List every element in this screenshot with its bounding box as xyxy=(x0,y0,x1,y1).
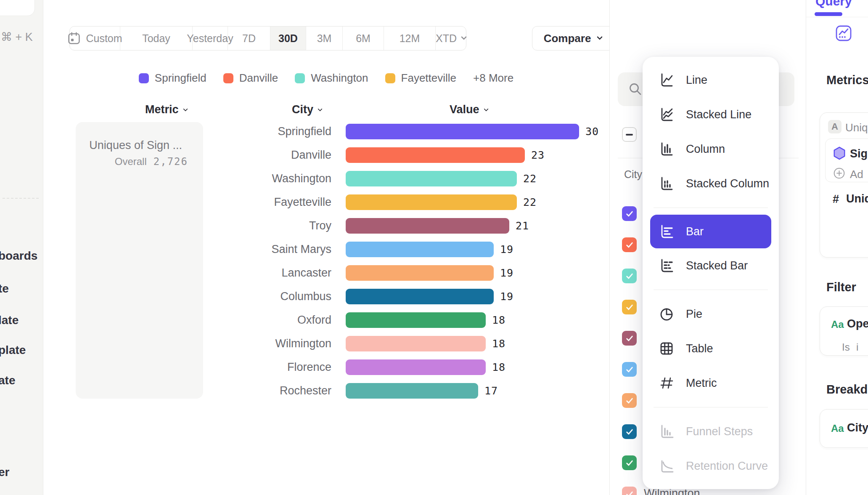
chart-bar-value: 17 xyxy=(484,385,498,397)
city-filter-checkbox[interactable] xyxy=(622,300,637,314)
sidebar-item[interactable]: boards xyxy=(0,249,37,263)
date-range-option[interactable]: 7D xyxy=(228,27,270,50)
sidebar-search-box[interactable] xyxy=(0,0,35,16)
date-range-option[interactable]: 3M xyxy=(306,27,343,50)
sidebar-item[interactable]: te xyxy=(0,282,9,295)
date-range-option[interactable]: Custom xyxy=(70,27,120,50)
chart-row: Fayetteville 22 xyxy=(50,190,599,214)
chart-bar[interactable] xyxy=(346,289,494,304)
chart-type-menu-item[interactable]: Table xyxy=(643,331,779,366)
legend-swatch xyxy=(385,73,395,83)
date-range-option[interactable]: 6M xyxy=(343,27,384,50)
funnel-steps-icon xyxy=(658,423,675,440)
column-header-metric[interactable]: Metric xyxy=(145,103,187,116)
chart-bar-value: 18 xyxy=(492,314,505,326)
date-range-option[interactable]: 30D xyxy=(270,27,306,50)
plus-circle-icon[interactable] xyxy=(833,167,846,180)
chart-bar[interactable] xyxy=(346,171,517,186)
chart-row: Wilmington 18 xyxy=(50,332,599,355)
chart-bar[interactable] xyxy=(346,359,486,375)
chevron-down-icon xyxy=(597,34,603,40)
chart-type-menu-item[interactable]: Retention Curve xyxy=(643,449,779,483)
chart-type-menu-item[interactable]: Line xyxy=(643,63,779,97)
metrics-card: A Uniq Sig Ad # Uniqu xyxy=(820,112,868,258)
date-range-option[interactable]: 12M xyxy=(384,27,436,50)
legend-item[interactable]: Springfield xyxy=(139,72,206,85)
chart-bar[interactable] xyxy=(346,194,517,210)
chart-bar[interactable] xyxy=(346,383,478,399)
city-filter-checkbox[interactable] xyxy=(622,393,637,408)
chart-type-menu-item[interactable]: Stacked Bar xyxy=(643,248,779,283)
chart-row-label: Troy xyxy=(50,219,331,232)
sidebar-item[interactable]: late xyxy=(0,314,19,327)
city-filter-checkbox[interactable] xyxy=(622,269,637,283)
city-filter-checkbox[interactable] xyxy=(622,424,637,439)
city-filter-checkbox[interactable] xyxy=(622,455,637,470)
chart-row-label: Rochester xyxy=(50,384,331,397)
column-chart-icon xyxy=(658,141,675,157)
string-type-badge: Aa xyxy=(831,423,844,434)
chart-bar[interactable] xyxy=(346,147,525,163)
panel-divider xyxy=(806,17,868,17)
chart-row-label: Florence xyxy=(50,361,331,374)
legend-item[interactable]: Danville xyxy=(223,72,278,85)
compare-button[interactable]: Compare xyxy=(532,26,614,51)
chart-row: Lancaster 19 xyxy=(50,261,599,285)
date-range-option[interactable]: Today xyxy=(120,27,193,50)
filter-card[interactable]: Aa Ope Is i xyxy=(820,306,868,356)
chart-type-menu-item[interactable]: Funnel Steps xyxy=(643,414,779,449)
city-filter-checkbox[interactable] xyxy=(622,206,637,221)
select-all-checkbox[interactable] xyxy=(622,127,637,142)
legend-swatch xyxy=(223,73,233,83)
column-header-value[interactable]: Value xyxy=(450,103,488,116)
breakdown-heading: Breakdo xyxy=(826,383,868,397)
chart-bar-value: 18 xyxy=(492,361,505,373)
chart-row-label: Saint Marys xyxy=(50,243,331,256)
filter-value[interactable]: i xyxy=(856,341,858,353)
filter-heading: Filter xyxy=(826,280,856,294)
insights-report-icon[interactable] xyxy=(835,25,852,42)
chart-bar[interactable] xyxy=(346,265,494,281)
legend-more-label[interactable]: +8 More xyxy=(473,72,513,85)
city-filter-checkbox[interactable] xyxy=(622,331,637,346)
add-filter-label[interactable]: Ad xyxy=(850,168,863,181)
chart-bar[interactable] xyxy=(346,312,486,328)
chart-bar[interactable] xyxy=(346,242,494,257)
chart-row: Troy 21 xyxy=(50,214,599,237)
filter-operator[interactable]: Is xyxy=(842,341,850,353)
chart-type-menu-item[interactable]: Stacked Column xyxy=(643,166,779,201)
event-card[interactable]: Sig Ad xyxy=(825,138,868,182)
chart-bar[interactable] xyxy=(346,218,509,234)
chart-type-menu-item[interactable]: Bar xyxy=(650,215,771,248)
legend-item[interactable]: Washington xyxy=(295,72,368,85)
menu-divider xyxy=(654,407,768,407)
metric-name[interactable]: Uniq xyxy=(845,121,868,134)
tab-query[interactable]: Query xyxy=(815,0,852,8)
keyboard-shortcut-hint: ⌘ + K xyxy=(1,30,33,44)
city-filter-checkbox[interactable] xyxy=(622,237,637,252)
chart-type-menu-item[interactable]: Metric xyxy=(643,366,779,400)
date-range-option[interactable]: XTD xyxy=(436,27,466,50)
active-tab-underline xyxy=(815,12,842,16)
metrics-heading: Metrics xyxy=(826,73,868,87)
date-range-control: Custom Today Yesterday 7D 30D 3M 6M xyxy=(69,26,466,51)
sidebar-item[interactable]: ate xyxy=(0,374,15,387)
chevron-down-icon xyxy=(461,34,467,40)
legend-item[interactable]: Fayetteville xyxy=(385,72,457,85)
chart-type-menu-item[interactable]: Column xyxy=(643,132,779,166)
sidebar-item[interactable]: plate xyxy=(0,343,26,357)
column-header-city[interactable]: City xyxy=(292,103,322,116)
unique-users-label[interactable]: Uniqu xyxy=(846,192,868,205)
sidebar-item[interactable]: er xyxy=(0,466,9,479)
city-filter-checkbox[interactable] xyxy=(622,362,637,377)
date-range-option[interactable]: Yesterday xyxy=(193,27,228,50)
chart-type-menu-item[interactable]: Pie xyxy=(643,297,779,331)
menu-divider xyxy=(654,290,768,290)
chart-bar[interactable] xyxy=(346,124,579,139)
breakdown-card[interactable]: Aa City xyxy=(820,409,868,448)
stacked-column-chart-icon xyxy=(658,175,675,192)
chart-type-menu-item[interactable]: Stacked Line xyxy=(643,97,779,132)
chart-bar-value: 19 xyxy=(500,267,513,279)
city-filter-checkbox[interactable] xyxy=(622,487,637,495)
chart-bar[interactable] xyxy=(346,336,486,351)
